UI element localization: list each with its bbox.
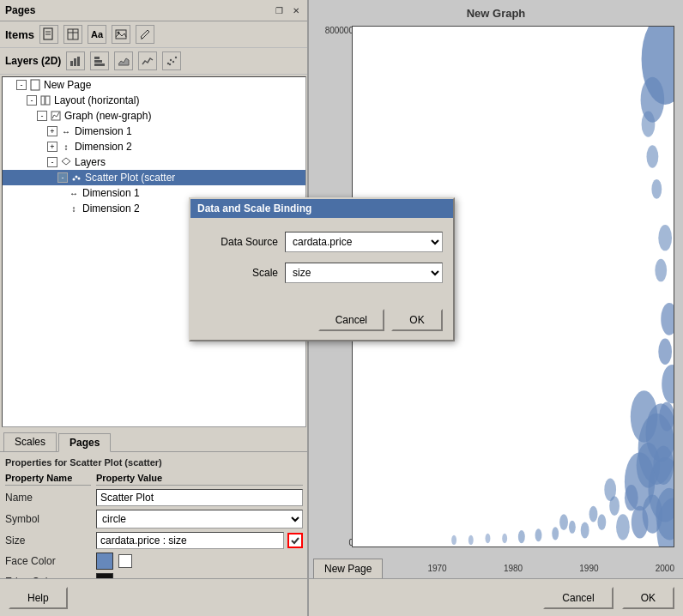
line-chart-icon[interactable]	[138, 51, 157, 70]
y-label-high: 800000	[325, 26, 354, 35]
tree-item-layout[interactable]: - Layout (horizontal)	[3, 93, 305, 108]
layout-node-icon	[39, 94, 51, 106]
size-binding-checkbox[interactable]	[287, 533, 303, 548]
main-cancel-button[interactable]: Cancel	[543, 587, 613, 609]
tree-label-dim2a: Dimension 2	[75, 141, 132, 153]
dialog-data-source-label: Data Source	[201, 236, 278, 248]
tree-label-layout: Layout (horizontal)	[54, 94, 139, 106]
help-button[interactable]: Help	[9, 587, 68, 609]
svg-point-55	[451, 535, 456, 545]
tree-item-graph[interactable]: - Graph (new-graph)	[3, 108, 305, 124]
prop-header-name: Property Name	[5, 473, 91, 486]
tree-item-newpage[interactable]: - New Page	[3, 77, 305, 93]
svg-point-35	[653, 446, 674, 485]
tree-label-dim1b: Dimension 1	[82, 187, 140, 199]
tree-label-layers: Layers	[75, 156, 106, 168]
tree-label-scatter: Scatter Plot (scatter	[85, 172, 175, 184]
expand-graph[interactable]: -	[37, 111, 47, 121]
expand-dim2a[interactable]: +	[47, 142, 57, 152]
tree-label-dim2b: Dimension 2	[82, 202, 140, 214]
expand-dim1a[interactable]: +	[47, 126, 57, 136]
graph-node-icon	[50, 110, 62, 122]
svg-point-49	[559, 514, 568, 530]
bottom-left-buttons: Help	[0, 578, 309, 616]
edit-icon[interactable]	[136, 25, 154, 44]
svg-point-46	[581, 522, 589, 539]
page-icon[interactable]	[39, 25, 58, 44]
items-label: Items	[5, 28, 34, 41]
expand-newpage[interactable]: -	[16, 80, 27, 90]
face-color-checkbox[interactable]	[118, 554, 132, 568]
prop-size-input[interactable]	[96, 532, 284, 549]
svg-point-24	[73, 178, 76, 181]
svg-point-45	[616, 514, 630, 540]
prop-input-name[interactable]	[96, 489, 303, 506]
tree-item-dim1a[interactable]: + ↔ Dimension 1	[3, 124, 305, 139]
expand-scatter[interactable]: -	[57, 172, 68, 183]
prop-size-row	[96, 532, 303, 549]
tree-item-dim2a[interactable]: + ↕ Dimension 2	[3, 139, 305, 154]
x-label-2000: 2000	[656, 564, 674, 573]
svg-point-16	[170, 59, 172, 61]
graph-x-labels: 1960 1970 1980 1990 2000	[352, 564, 674, 573]
tree-item-layers[interactable]: - Layers	[3, 154, 305, 170]
dialog-data-source-select[interactable]: cardata.price cardata.hp cardata.mpg	[285, 232, 443, 252]
dialog-ok-button[interactable]: OK	[391, 309, 443, 331]
dialog-scale-select[interactable]: size color shape	[285, 263, 443, 283]
table-icon[interactable]	[63, 25, 82, 44]
expand-layers[interactable]: -	[47, 157, 57, 167]
items-toolbar: Items Aa	[0, 21, 308, 48]
svg-rect-10	[74, 58, 76, 66]
svg-point-57	[658, 339, 672, 365]
face-color-swatch[interactable]	[96, 553, 113, 570]
dim1b-node-icon: ↔	[68, 187, 80, 199]
prop-select-symbol[interactable]: circle square triangle	[96, 510, 303, 528]
svg-point-26	[78, 178, 81, 180]
svg-rect-11	[77, 57, 80, 66]
svg-point-63	[647, 145, 659, 168]
svg-point-56	[661, 303, 674, 335]
svg-point-61	[658, 225, 672, 251]
svg-point-17	[172, 61, 174, 63]
area-chart-icon[interactable]	[114, 51, 133, 70]
svg-point-43	[604, 478, 616, 501]
layers-toolbar: Layers (2D)	[0, 48, 308, 75]
svg-point-53	[486, 534, 491, 543]
image-icon[interactable]	[112, 25, 130, 44]
graph-title: New Graph	[309, 7, 683, 20]
scatter-chart-icon[interactable]	[162, 51, 181, 70]
properties-title: Properties for Scatter Plot (scatter)	[5, 457, 303, 468]
prop-label-size: Size	[5, 534, 91, 547]
svg-point-19	[169, 63, 171, 65]
svg-point-50	[535, 528, 542, 541]
tab-bar: Scales Pages	[0, 429, 308, 452]
tab-scales[interactable]: Scales	[3, 432, 57, 451]
dialog-title-bar: Data and Scale Binding	[190, 199, 453, 218]
svg-point-18	[175, 57, 177, 58]
tree-item-scatter[interactable]: - Scatter Plot (scatter	[3, 170, 305, 185]
dialog-cancel-button[interactable]: Cancel	[318, 309, 384, 331]
dialog-body: Data Source cardata.price cardata.hp car…	[190, 218, 453, 304]
tab-pages[interactable]: Pages	[58, 433, 111, 452]
bar-chart-icon[interactable]	[66, 51, 85, 70]
new-page-tab[interactable]: New Page	[313, 559, 383, 578]
x-label-1980: 1980	[504, 564, 523, 573]
expand-layout[interactable]: -	[27, 95, 37, 106]
main-ok-button[interactable]: OK	[622, 587, 674, 609]
svg-point-44	[589, 506, 598, 522]
close-icon[interactable]: ✕	[289, 3, 303, 17]
dialog-title-text: Data and Scale Binding	[197, 202, 311, 214]
x-label-1970: 1970	[427, 564, 446, 573]
x-label-1990: 1990	[579, 564, 598, 573]
dim2b-node-icon: ↕	[68, 202, 80, 214]
dialog-scale-label: Scale	[201, 267, 278, 279]
scatter-node-icon	[70, 172, 82, 184]
dim1a-node-icon: ↔	[60, 125, 72, 137]
restore-icon[interactable]: ❐	[272, 3, 286, 17]
svg-point-42	[597, 514, 606, 530]
pages-title: Pages	[5, 4, 35, 16]
data-scale-binding-dialog: Data and Scale Binding Data Source carda…	[189, 197, 455, 341]
prop-label-symbol: Symbol	[5, 513, 91, 525]
bar-chart2-icon[interactable]	[90, 51, 109, 70]
text-icon[interactable]: Aa	[88, 25, 106, 44]
